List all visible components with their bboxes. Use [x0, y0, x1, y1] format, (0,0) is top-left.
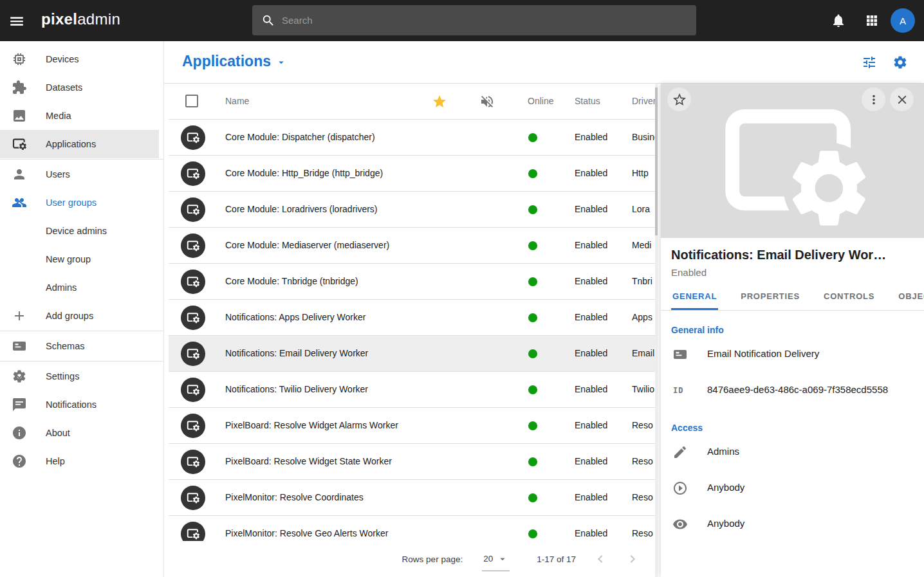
caret-down-icon [497, 553, 508, 565]
sidebar-item-settings[interactable]: Settings [0, 362, 163, 390]
app-gear-icon [712, 86, 873, 249]
sidebar-item-devices[interactable]: Devices [0, 45, 163, 73]
main-content: Applications Name Online Status Driver C… [164, 41, 924, 577]
table-row[interactable]: PixelBoard: Resolve Widget State WorkerE… [169, 444, 655, 480]
id-icon: ID [673, 386, 683, 395]
sidebar-item-notifications[interactable]: Notifications [0, 390, 163, 419]
favorite-star-icon[interactable] [667, 87, 691, 111]
detail-info-value: Anybody [707, 518, 744, 529]
tab-controls[interactable]: CONTROLS [822, 291, 876, 310]
row-status: Enabled [575, 492, 607, 502]
row-name: PixelBoard: Resolve Widget Alarms Worker [225, 420, 398, 430]
row-status: Enabled [575, 456, 607, 466]
card-icon [12, 338, 27, 354]
table-row[interactable]: Core Module: Tnbridge (tnbridge)EnabledT… [169, 264, 655, 300]
sidebar-item-device-admins[interactable]: Device admins [0, 217, 163, 245]
row-driver: Medi [632, 240, 655, 250]
close-icon[interactable] [890, 87, 914, 111]
apps-grid-icon[interactable] [864, 13, 880, 28]
card-icon [672, 347, 688, 362]
sidebar-item-label: About [46, 428, 70, 438]
rows-per-page-label: Rows per page: [402, 554, 463, 564]
table-row[interactable]: Notifications: Apps Delivery WorkerEnabl… [169, 300, 655, 336]
detail-info-row: Anybody [661, 506, 924, 542]
sidebar-item-datasets[interactable]: Datasets [0, 73, 163, 102]
sidebar-item-label: Schemas [46, 341, 84, 351]
detail-info-value: Admins [707, 446, 739, 457]
online-dot [528, 457, 537, 466]
settings-gear-icon[interactable] [892, 55, 908, 70]
table-row[interactable]: Core Module: Http_Bridge (http_bridge)En… [169, 156, 655, 192]
applications-table: Name Online Status Driver Core Module: D… [169, 84, 655, 577]
column-status: Status [575, 96, 600, 106]
tab-objects[interactable]: OBJECTS [897, 291, 924, 310]
app-icon [181, 270, 205, 294]
access-heading: Access [671, 423, 914, 433]
sidebar-item-label: Users [46, 169, 70, 179]
row-driver: Business [632, 132, 655, 142]
sidebar-item-media[interactable]: Media [0, 102, 163, 130]
search-box[interactable] [252, 5, 696, 35]
detail-info-row: Email Notification Delivery [661, 336, 924, 372]
app-icon [181, 306, 205, 330]
sidebar-item-schemas[interactable]: Schemas [0, 332, 163, 360]
table-row[interactable]: Notifications: Email Delivery WorkerEnab… [169, 336, 655, 372]
sidebar-item-user-groups[interactable]: User groups [0, 188, 163, 217]
online-dot [528, 349, 537, 358]
sidebar: DevicesDatasetsMediaApplicationsUsersUse… [0, 41, 164, 577]
sidebar-item-label: Help [46, 456, 65, 466]
page-title-dropdown[interactable]: Applications [182, 53, 287, 70]
chevron-up-icon[interactable] [12, 195, 151, 210]
search-input[interactable] [282, 15, 687, 26]
sidebar-item-applications[interactable]: Applications [0, 130, 159, 158]
chevron-left-icon[interactable] [593, 551, 608, 567]
rows-per-page-select[interactable]: 20 [482, 553, 510, 571]
tab-properties[interactable]: PROPERTIES [739, 291, 801, 310]
table-row[interactable]: PixelBoard: Resolve Widget Alarms Worker… [169, 408, 655, 444]
detail-panel: Notifications: Email Delivery Wor… Enabl… [661, 84, 924, 577]
table-row[interactable]: PixelMonitor: Resolve Geo Alerts WorkerE… [169, 516, 655, 541]
row-status: Enabled [575, 384, 607, 394]
online-dot [528, 277, 537, 286]
row-status: Enabled [575, 348, 607, 358]
sidebar-item-admins[interactable]: Admins [0, 273, 163, 302]
chevron-down-icon[interactable] [12, 369, 151, 384]
online-dot [528, 169, 537, 178]
sidebar-item-new-group[interactable]: New group [0, 245, 163, 273]
sidebar-item-about[interactable]: About [0, 419, 163, 447]
table-scrollbar [655, 84, 658, 577]
filter-tune-icon[interactable] [862, 55, 877, 70]
scrollbar-thumb[interactable] [655, 87, 658, 235]
help-icon [12, 453, 27, 469]
volume-off-column-icon[interactable] [479, 94, 495, 109]
table-row[interactable]: Core Module: Dispatcher (dispatcher)Enab… [169, 120, 655, 156]
detail-info-row: Admins [661, 434, 924, 470]
sidebar-item-add-groups[interactable]: Add groups [0, 302, 163, 330]
general-info-heading: General info [671, 325, 914, 335]
avatar[interactable]: A [891, 8, 915, 33]
table-row[interactable]: PixelMonitor: Resolve CoordinatesEnabled… [169, 480, 655, 516]
sidebar-item-help[interactable]: Help [0, 447, 163, 475]
row-name: Core Module: Dispatcher (dispatcher) [225, 132, 375, 142]
notifications-bell-icon[interactable] [831, 13, 846, 28]
row-name: Notifications: Twilio Delivery Worker [225, 384, 368, 394]
more-menu-icon[interactable] [862, 87, 885, 111]
sidebar-item-users[interactable]: Users [0, 160, 163, 188]
sidebar-item-label: Applications [46, 139, 96, 149]
sidebar-divider [0, 361, 163, 362]
table-row[interactable]: Core Module: Mediaserver (mediaserver)En… [169, 228, 655, 264]
row-driver: Reso [632, 492, 655, 502]
menu-icon[interactable] [8, 13, 25, 28]
select-all-checkbox[interactable] [185, 95, 198, 107]
online-dot [528, 529, 537, 538]
chevron-right-icon[interactable] [625, 551, 640, 567]
row-driver: Apps [632, 312, 655, 322]
detail-hero-image [661, 84, 924, 238]
app-icon [181, 450, 205, 474]
sidebar-divider [0, 331, 163, 331]
table-row[interactable]: Core Module: Loradrivers (loradrivers)En… [169, 192, 655, 228]
row-name: PixelBoard: Resolve Widget State Worker [225, 456, 392, 466]
tab-general[interactable]: GENERAL [671, 291, 718, 310]
star-column-icon[interactable] [432, 94, 447, 109]
table-row[interactable]: Notifications: Twilio Delivery WorkerEna… [169, 372, 655, 408]
